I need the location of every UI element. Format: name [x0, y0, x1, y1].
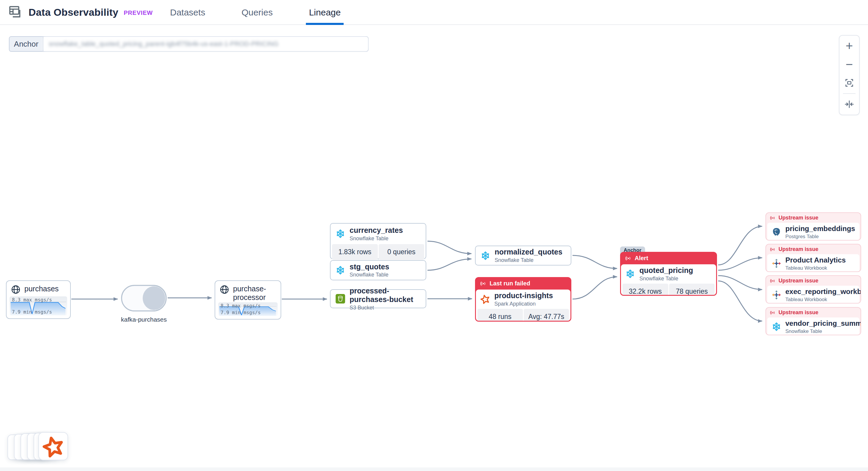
node-title: purchases — [24, 284, 59, 293]
collapse-horizontal-icon — [844, 99, 854, 109]
max-rate-label: 8.3 max msgs/s — [221, 303, 261, 308]
node-title: currency_rates — [349, 226, 403, 235]
app-logo-icon — [9, 6, 23, 19]
node-title: product-insights — [494, 291, 553, 300]
node-title: processed-purchases-bucket — [349, 287, 421, 304]
node-subtitle: Spark Application — [494, 301, 553, 307]
node-currency-rates[interactable]: currency_rates Snowflake Table 1.83k row… — [330, 223, 426, 259]
node-subtitle: Snowflake Table — [349, 272, 389, 278]
node-subtitle: Postgres Table — [785, 234, 855, 240]
alert-icon — [770, 215, 776, 221]
spark-icon — [480, 294, 490, 304]
rows-stat: 1.83k rows — [332, 244, 378, 260]
max-rate-label: 8.3 max msgs/s — [12, 297, 52, 303]
alert-icon — [625, 255, 632, 262]
fit-view-button[interactable] — [839, 74, 859, 92]
collapse-button[interactable] — [839, 95, 859, 113]
alert-icon — [770, 310, 776, 316]
zoom-in-button[interactable]: + — [839, 37, 859, 55]
anchor-label: Anchor — [9, 37, 43, 51]
node-stats: 48 runs Avg: 47.77s — [476, 309, 570, 322]
node-processed-purchases-bucket[interactable]: processed-purchases-bucket S3 Bucket — [330, 289, 426, 308]
node-stg-quotes[interactable]: stg_quotes Snowflake Table — [330, 260, 426, 280]
globe-icon — [219, 284, 229, 295]
node-title: stg_quotes — [349, 263, 389, 271]
node-subtitle: Snowflake Table — [495, 257, 562, 263]
snowflake-icon — [625, 269, 635, 279]
kafka-label: kafka-purchases — [121, 316, 167, 323]
min-rate-label: 7.9 min msgs/s — [221, 310, 261, 315]
alert-label: Alert — [634, 255, 648, 262]
node-title: quoted_pricing — [640, 266, 693, 275]
node-product-insights[interactable]: Last run failed product-insights Spark A… — [475, 277, 571, 322]
tab-lineage[interactable]: Lineage — [307, 0, 342, 25]
divider — [843, 93, 856, 94]
node-pricing-embeddings[interactable]: Upstream issue pricing_embeddings Postgr… — [766, 212, 861, 240]
rows-stat: 32.2k rows — [622, 283, 668, 296]
alert-label: Last run failed — [490, 280, 530, 287]
tab-queries[interactable]: Queries — [240, 0, 274, 25]
postgres-icon — [771, 227, 781, 237]
anchor-input[interactable] — [43, 37, 368, 51]
bottom-strip — [0, 467, 868, 471]
alert-icon — [770, 246, 776, 253]
spark-star-logo-icon — [42, 435, 64, 458]
alert-icon — [480, 280, 487, 287]
node-title: Product Analytics — [785, 256, 846, 264]
upstream-issue-label: Upstream issue — [778, 278, 818, 284]
tableau-icon — [771, 290, 781, 300]
tab-datasets[interactable]: Datasets — [168, 0, 207, 25]
plus-icon: + — [846, 40, 853, 52]
node-stats: 1.83k rows 0 queries — [331, 244, 426, 261]
node-subtitle: Snowflake Table — [640, 276, 693, 282]
main-tabs: Datasets Queries Lineage — [168, 0, 342, 25]
snowflake-icon — [771, 322, 781, 332]
anchor-bar: Anchor — [9, 36, 369, 52]
tableau-icon — [771, 258, 781, 268]
upstream-issue-label: Upstream issue — [778, 309, 818, 316]
minus-icon: − — [846, 58, 853, 71]
zoom-controls: + − — [839, 35, 860, 115]
node-subtitle: Tableau Workbook — [785, 265, 846, 271]
avg-duration-stat: Avg: 47.77s — [524, 309, 569, 322]
node-purchases[interactable]: purchases 8.3 max msgs/s 7.9 min msgs/s — [6, 280, 71, 319]
node-title: vendor_pricing_summary — [785, 319, 855, 328]
node-title: pricing_embeddings — [785, 225, 855, 233]
lineage-edges — [0, 51, 868, 471]
node-subtitle: Snowflake Table — [785, 329, 855, 334]
queries-stat: 0 queries — [379, 244, 425, 260]
integration-logo-stack[interactable] — [7, 432, 85, 465]
throughput-sparkline: 8.3 max msgs/s 7.9 min msgs/s — [9, 296, 67, 315]
kafka-topic-cylinder-icon — [121, 284, 167, 312]
node-exec-reporting-workbook[interactable]: Upstream issue exec_reporting_workbook T… — [766, 275, 861, 303]
queries-stat: 78 queries — [669, 283, 715, 296]
s3-bucket-icon — [335, 294, 345, 304]
node-product-analytics[interactable]: Upstream issue Product Analytics Tableau… — [766, 244, 861, 272]
node-kafka-purchases[interactable]: kafka-purchases — [121, 284, 167, 323]
upstream-issue-label: Upstream issue — [778, 215, 818, 221]
snowflake-icon — [480, 250, 491, 261]
min-rate-label: 7.9 min msgs/s — [12, 309, 52, 315]
node-vendor-pricing-summary[interactable]: Upstream issue vendor_pricing_summary Sn… — [766, 307, 861, 335]
node-quoted-pricing[interactable]: Alert quoted_pricing Snowflake Table 32.… — [620, 252, 717, 296]
node-subtitle: Tableau Workbook — [785, 297, 855, 303]
snowflake-icon — [335, 265, 345, 275]
node-title: exec_reporting_workbook — [785, 288, 855, 296]
alert-icon — [770, 278, 776, 284]
node-title: purchase-processor — [233, 284, 272, 302]
app-header: Data Observability PREVIEW Datasets Quer… — [0, 0, 868, 25]
node-subtitle: S3 Bucket — [349, 305, 421, 311]
runs-stat: 48 runs — [477, 309, 523, 322]
node-subtitle: Snowflake Table — [349, 236, 403, 242]
node-purchase-processor[interactable]: purchase-processor 8.3 max msgs/s 7.9 mi… — [215, 280, 281, 319]
preview-badge: PREVIEW — [124, 9, 153, 16]
fit-view-icon — [844, 78, 854, 88]
throughput-sparkline: 8.3 max msgs/s 7.9 min msgs/s — [218, 302, 278, 316]
lineage-canvas[interactable]: purchases 8.3 max msgs/s 7.9 min msgs/s … — [0, 26, 868, 467]
page-title: Data Observability — [29, 6, 118, 18]
snowflake-icon — [335, 229, 345, 239]
upstream-issue-label: Upstream issue — [778, 246, 818, 253]
node-title: normalized_quotes — [495, 248, 562, 256]
node-normalized-quotes[interactable]: normalized_quotes Snowflake Table — [475, 245, 571, 266]
zoom-out-button[interactable]: − — [839, 55, 859, 74]
